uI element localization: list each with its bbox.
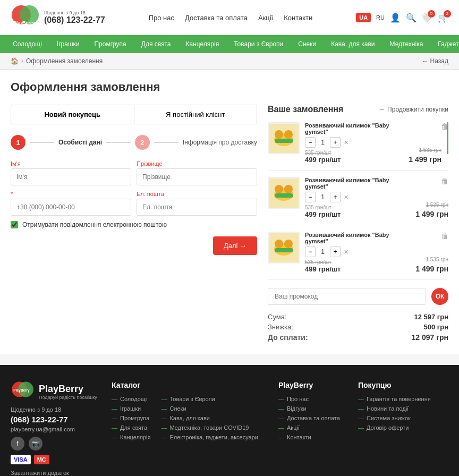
- discount-val: 500 грн: [423, 323, 448, 331]
- footer-playberry-col: PlayBerry Про нас Відгуки Доставка та оп…: [278, 381, 347, 476]
- nav-contacts[interactable]: Контакти: [284, 14, 312, 22]
- wishlist-icon-btn[interactable]: 🤍5: [422, 13, 432, 23]
- item-2-name: Розвиваючий килимок "Baby gymset": [305, 177, 410, 190]
- next-btn[interactable]: Далі →: [213, 236, 257, 255]
- surname-field[interactable]: [137, 168, 257, 185]
- header-schedule: Щоденно з 9 до 18: [44, 10, 105, 15]
- tab-existing-customer[interactable]: Я постійний клієнт: [134, 105, 257, 124]
- footer-link-coffee[interactable]: Кава, для кави: [161, 415, 258, 421]
- payment-icons: VISA MC: [11, 455, 101, 464]
- footer-link-holiday[interactable]: Для свята: [112, 424, 150, 431]
- svg-text:Подаруй: Подаруй: [17, 26, 30, 29]
- delete-item-1-btn[interactable]: 🗑: [441, 122, 448, 131]
- item-1-qty-minus[interactable]: −: [305, 137, 316, 148]
- footer-catalog-links-1: Солодощі Іграшки Промгрупа Для свята Кан…: [112, 396, 150, 444]
- promo-input[interactable]: [268, 288, 426, 305]
- footer-pur-news[interactable]: Новини та події: [358, 405, 448, 412]
- footer-link-snacks[interactable]: Снеки: [161, 405, 258, 412]
- cat-coffee[interactable]: Кава, для кави: [324, 35, 382, 53]
- promo-ok-btn[interactable]: ОК: [431, 288, 448, 305]
- newsletter-label: Отримувати повідомлення електронною пошт…: [22, 221, 167, 228]
- footer-link-promo[interactable]: Промгрупа: [112, 415, 150, 421]
- email-field[interactable]: [137, 199, 257, 216]
- cat-stationery[interactable]: Канцелярія: [178, 35, 227, 53]
- item-1-qty-plus[interactable]: +: [330, 137, 341, 148]
- item-1-total-new: 1 499 грн: [409, 155, 441, 164]
- name-row: Ім'я Прізвище: [11, 160, 257, 185]
- top-header: Play Berry Подаруй Щоденно з 9 до 18 (06…: [0, 0, 459, 35]
- instagram-btn[interactable]: 📷: [29, 437, 42, 450]
- phone-field[interactable]: [11, 199, 131, 216]
- continue-shopping-link[interactable]: ← Продовжити покупки: [379, 106, 448, 113]
- svg-rect-9: [275, 139, 293, 143]
- cat-promo[interactable]: Промгрупа: [87, 35, 133, 53]
- facebook-btn[interactable]: f: [11, 437, 24, 450]
- footer-pur-discounts[interactable]: Система знижок: [358, 415, 448, 421]
- footer-email[interactable]: playberry.ua@gmail.com: [11, 426, 101, 432]
- cat-gadgets[interactable]: Гаджети та аксесуари: [430, 35, 459, 53]
- footer-link-sweets[interactable]: Солодощі: [112, 396, 150, 402]
- footer-link-europe[interactable]: Товари з Європи: [161, 396, 258, 402]
- contact-row: * Ел. пошта: [11, 191, 257, 216]
- lang-ru-btn[interactable]: RU: [376, 14, 385, 21]
- cat-snacks[interactable]: Снеки: [291, 35, 324, 53]
- svg-point-18: [284, 240, 293, 248]
- footer-link-stationery[interactable]: Канцелярія: [112, 434, 150, 440]
- footer-pb-about[interactable]: Про нас: [278, 396, 347, 402]
- footer-logo: Play Berry PlayBerry Подаруй радість пос…: [11, 381, 101, 402]
- item-2-qty-minus[interactable]: −: [305, 192, 316, 202]
- item-3-qty-plus[interactable]: +: [330, 246, 341, 257]
- order-item: 🗑 Розвиваючий килимок "Baby gymset": [268, 177, 448, 225]
- logo[interactable]: Play Berry Подаруй Щоденно з 9 до 18 (06…: [11, 4, 105, 31]
- header-phone: (068) 123-22-77: [44, 15, 105, 25]
- item-2-price-new: 499 грн/шт: [305, 210, 410, 218]
- item-3-qty-x: ✕: [344, 249, 348, 256]
- footer-link-electronics[interactable]: Електроніка, гаджети, аксесуари: [161, 434, 258, 440]
- search-icon-btn[interactable]: 🔍: [406, 13, 416, 23]
- svg-rect-14: [275, 193, 293, 198]
- footer-pb-contacts[interactable]: Контакти: [278, 434, 347, 440]
- svg-point-17: [275, 240, 283, 248]
- order-totals: Сума: 12 597 грн Знижка: 500 грн До спла…: [268, 313, 448, 342]
- newsletter-checkbox[interactable]: [11, 221, 18, 228]
- cat-toys[interactable]: Іграшки: [49, 35, 87, 53]
- footer-purchase-links: Гарантія та повернення Новини та події С…: [358, 396, 448, 431]
- cat-medtech[interactable]: Медтехніка: [382, 35, 431, 53]
- name-field[interactable]: [11, 168, 131, 185]
- main-nav: Про нас Доставка та оплата Акції Контакт…: [149, 14, 313, 22]
- user-icon-btn[interactable]: 👤: [390, 13, 401, 23]
- item-2-qty-plus[interactable]: +: [330, 192, 341, 202]
- back-btn[interactable]: ← Назад: [422, 57, 448, 65]
- footer-pb-reviews[interactable]: Відгуки: [278, 405, 347, 412]
- footer-schedule: Щоденно з 9 до 18: [11, 406, 101, 413]
- footer-pb-delivery[interactable]: Доставка та оплата: [278, 415, 347, 421]
- cat-holiday[interactable]: Для свята: [134, 35, 178, 53]
- cat-europe[interactable]: Товари з Європи: [226, 35, 291, 53]
- cat-sweets[interactable]: Солодощі: [5, 35, 49, 53]
- svg-text:Play: Play: [13, 20, 23, 26]
- customer-tabs: Новий покупець Я постійний клієнт: [11, 105, 257, 124]
- nav-delivery[interactable]: Доставка та оплата: [185, 14, 248, 22]
- cart-icon-btn[interactable]: 🛒2: [438, 13, 448, 23]
- item-3-qty-minus[interactable]: −: [305, 246, 316, 257]
- nav-sales[interactable]: Акції: [258, 14, 273, 22]
- item-2-price: 535 грн/шт 499 грн/шт: [305, 205, 410, 218]
- order-item: 🗑 Розвиваючий килимок "Baby gymset": [268, 232, 448, 280]
- step-line-2: [106, 142, 131, 143]
- delete-item-2-btn[interactable]: 🗑: [441, 177, 448, 185]
- footer-pur-oferta[interactable]: Договір оферти: [358, 424, 448, 431]
- footer-link-toys[interactable]: Іграшки: [112, 405, 150, 412]
- sum-row: Сума: 12 597 грн: [268, 313, 448, 321]
- delete-item-3-btn[interactable]: 🗑: [441, 232, 448, 240]
- footer-link-medtech[interactable]: Медтехніка, товари COVID19: [161, 424, 258, 431]
- app-download: Завантажити додаток 🍎 Завантажити з App …: [11, 470, 101, 476]
- footer-playberry-links: Про нас Відгуки Доставка та оплата Акції…: [278, 396, 347, 440]
- lang-ua-btn[interactable]: UA: [356, 13, 371, 22]
- footer-phone[interactable]: (068) 123-22-77: [11, 415, 101, 424]
- tab-new-customer[interactable]: Новий покупець: [11, 105, 134, 124]
- breadcrumb-home[interactable]: 🏠: [11, 57, 19, 65]
- step-line-3: [154, 142, 178, 143]
- nav-about[interactable]: Про нас: [149, 14, 174, 22]
- footer-pur-warranty[interactable]: Гарантія та повернення: [358, 396, 448, 402]
- footer-pb-sales[interactable]: Акції: [278, 424, 347, 431]
